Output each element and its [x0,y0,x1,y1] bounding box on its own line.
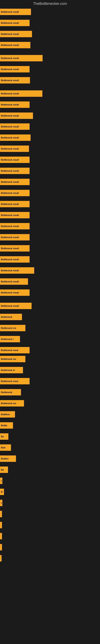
bar-label: Bottleneck result [1,181,19,183]
bar: Bottleneck resul [0,378,30,384]
bar-label: Bottleneck result [1,79,19,82]
bar: Bott [0,444,11,451]
bar-label: Bottleneck result [1,22,19,24]
bar: Bottleneck res [0,325,25,331]
bar: Bottleneck result [0,223,30,230]
bar: Bottleneck result [0,123,30,130]
bar: Bottlene [0,411,15,418]
bar-label: Bottleneck result [1,114,19,117]
bar-label: Bottleneck result [1,104,19,106]
bar-item: Bottleneck result [0,290,30,296]
site-title-wrapper: TheBottlenecker.com [0,0,100,7]
bar: Bottleneck result [0,278,28,285]
bar: Bottleneck result [0,245,30,252]
bar-item: Bott [0,444,11,451]
bar: Bottlen [0,456,16,462]
bar [0,522,2,528]
bar: Bottleneck result [0,190,30,196]
bar-label: Bottle [1,424,7,427]
bar-item: Bottleneck res [0,400,24,406]
bar-label: Bottleneck result [1,11,19,13]
bar-item: Bottleneck result [0,256,30,263]
bar: Bottleneck result [0,31,32,37]
bar-item: Bottleneck result [0,112,33,119]
bar-label: Bottleneck result [1,170,19,172]
bar-label: Bottleneck re [1,369,15,371]
bar-label: Bottleneck result [1,136,19,139]
bar: Bottleneck [0,389,21,396]
bar-label: Bottleneck [1,316,12,318]
bar-item: Bottleneck result [0,278,28,285]
bar-item: Bottleneck result [0,42,30,48]
bar-item: B [0,489,4,495]
bar: Bottleneck resul [0,347,30,354]
bar: Bottleneck result [0,212,30,218]
bar-label: | [1,502,1,504]
bar-item: | [0,478,2,484]
bar-item: Bottleneck result [0,55,43,62]
bar-item [0,522,2,528]
bar-label: Bottleneck result [1,68,19,70]
bar-label: Bottleneck r [1,338,14,340]
bar: Bottleneck re [0,367,23,373]
bar: Bottleneck result [0,90,42,97]
bar-label: Bottleneck res [1,402,16,404]
bar [0,555,1,562]
bar-item: Bottleneck re [0,367,23,373]
bar-item: Bottleneck [0,314,22,320]
bar-label: Bottleneck resul [1,380,18,382]
bar-label: Bottleneck resul [1,349,18,352]
bar-item: Bottleneck result [0,303,32,309]
bar-item [0,511,2,517]
bar-item: Bottle [0,422,13,429]
bar-label: Bottleneck res [1,358,16,360]
bar-item: Bottleneck r [0,336,20,342]
bar-item [0,544,2,550]
bar-label: Bottleneck result [1,247,19,250]
bar-label: Bottleneck result [1,269,19,272]
bar: Bottleneck [0,314,22,320]
bar-label: Bottleneck result [1,126,19,128]
bar: Bottleneck result [0,77,30,84]
bar-item: Bo [0,433,8,440]
bar: Bottleneck res [0,400,24,406]
bar-label: Bottleneck result [1,44,19,46]
bar-label: Bottleneck result [1,305,19,307]
bar-label: Bottleneck result [1,57,19,59]
bar-label: Bottlene [1,413,10,416]
bar-label: Bottleneck res [1,327,16,329]
bar-item: Bottleneck result [0,267,34,274]
bar-item: Bo [0,466,8,473]
bar: Bo [0,433,8,440]
bar-item: Bottleneck result [0,90,42,97]
bar: Bottleneck result [0,102,30,108]
bar: Bottle [0,422,13,429]
bar-label: Bo [1,435,4,438]
bar-label: Bo [1,468,4,471]
bar-item [0,555,1,562]
bar-label: Bott [1,446,5,449]
bar-item: Bottleneck result [0,245,30,252]
bar: Bottleneck result [0,168,30,174]
bar-label: | [1,480,1,482]
bar-item: Bottlen [0,456,16,462]
bar-item: Bottleneck result [0,146,29,152]
bar: Bo [0,466,8,473]
bar: Bottleneck result [0,256,30,263]
bar: Bottleneck result [0,146,29,152]
bar: Bottleneck result [0,201,30,207]
bar-label: Bottleneck result [1,258,19,260]
bar-label: Bottleneck result [1,236,19,238]
bar [0,511,2,517]
bar-item: Bottleneck result [0,77,30,84]
bar-label: Bottleneck result [1,92,19,95]
bar-item: Bottleneck result [0,31,32,37]
bar-item: Bottleneck res [0,356,25,362]
bar-item: Bottleneck result [0,179,30,185]
bar: Bottleneck result [0,42,30,48]
bar-label: Bottleneck result [1,280,19,283]
bar-item: Bottleneck result [0,102,30,108]
bar: | [0,478,2,484]
bar: Bottleneck r [0,336,20,342]
bar-item: Bottleneck resul [0,378,30,384]
